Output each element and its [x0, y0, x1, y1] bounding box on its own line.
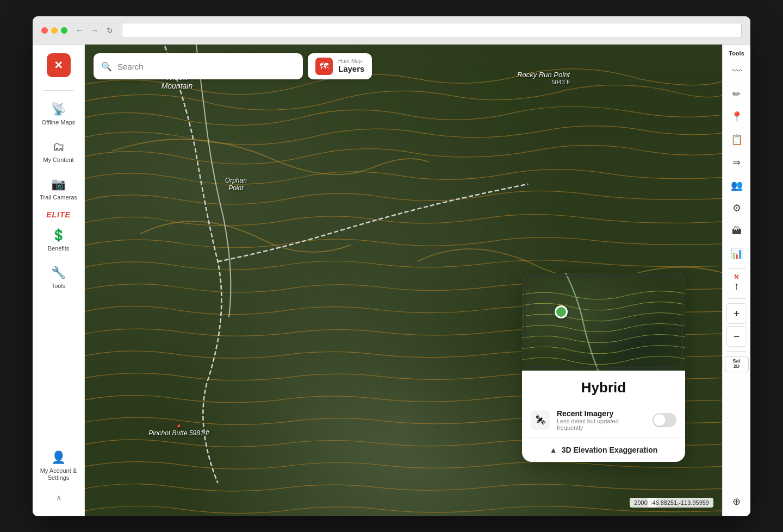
app-container: ✕ 📡 Offline Maps 🗂 My Content 📷 Trail Ca…	[33, 45, 750, 516]
imagery-title: Recent Imagery	[557, 409, 646, 418]
toggle-knob	[654, 414, 666, 426]
imagery-text: Recent Imagery Less detail but updated f…	[557, 409, 646, 431]
compass-button[interactable]: N ↑	[726, 273, 747, 294]
sidebar-item-account[interactable]: 👤 My Account & Settings	[33, 443, 84, 488]
sidebar-item-benefits[interactable]: 💲 Benefits	[33, 221, 84, 259]
contour-tool-button[interactable]: 〰	[726, 61, 747, 82]
hybrid-card: Hybrid 🛰 Recent Imagery Less detail but …	[522, 273, 685, 462]
map-area[interactable]: WidowMountain OrphanPoint 🔺 Pinchot Butt…	[85, 45, 722, 516]
hybrid-topo	[522, 273, 685, 371]
imagery-toggle[interactable]	[652, 413, 676, 427]
hybrid-preview	[522, 273, 685, 371]
tools-divider-2	[727, 298, 747, 299]
route-tool-button[interactable]: ⇒	[726, 152, 747, 173]
notes-tool-button[interactable]: 📋	[726, 129, 747, 150]
sidebar-divider-1	[43, 90, 74, 91]
imagery-icon: 🛰	[531, 410, 550, 430]
account-icon: 👤	[51, 450, 66, 465]
globe-button[interactable]: ⊕	[726, 491, 747, 512]
view-2d-label: 2D	[734, 364, 740, 370]
tools-label: Tools	[52, 283, 66, 290]
offline-maps-icon: 📡	[51, 102, 66, 117]
my-content-label: My Content	[43, 157, 73, 164]
compass-n-label: N	[735, 273, 739, 280]
tools-panel-label: Tools	[729, 50, 744, 57]
browser-dots	[41, 27, 67, 34]
zoom-out-button[interactable]: −	[726, 326, 747, 347]
chevron-up-button[interactable]: ∧	[50, 492, 67, 503]
my-content-icon: 🗂	[51, 139, 66, 154]
elevation-icon: ▲	[550, 446, 557, 454]
sat-2d-button[interactable]: Sat 2D	[725, 356, 749, 372]
hybrid-label-area: Hybrid	[522, 371, 685, 403]
sidebar-bottom: 👤 My Account & Settings ∧	[33, 443, 84, 508]
terrain-tool-button[interactable]: 🏔	[726, 221, 747, 241]
trail-cameras-icon: 📷	[51, 177, 66, 192]
dot-minimize[interactable]	[51, 27, 58, 34]
search-input[interactable]	[117, 62, 295, 71]
nav-forward[interactable]: →	[89, 25, 100, 36]
dot-maximize[interactable]	[61, 27, 67, 34]
elite-badge: ELITE	[46, 208, 71, 221]
sidebar-item-trail-cameras[interactable]: 📷 Trail Cameras	[33, 170, 84, 208]
tools-icon: 🔧	[51, 265, 66, 280]
nav-refresh[interactable]: ↻	[104, 25, 115, 36]
hybrid-title: Hybrid	[533, 379, 674, 396]
trail-cameras-label: Trail Cameras	[40, 194, 77, 201]
offline-maps-label: Offline Maps	[42, 119, 76, 126]
layers-text-group: Hunt Map Layers	[338, 59, 364, 74]
tools-divider-1	[727, 268, 747, 269]
right-tools-panel: Tools 〰 ✏ 📍 📋 ⇒ 👥 ⚙ 🏔 📊 N ↑ + − Sat 2D	[722, 45, 750, 516]
dot-close[interactable]	[41, 27, 48, 34]
group-tool-button[interactable]: 👥	[726, 175, 747, 196]
benefits-icon: 💲	[51, 228, 66, 243]
stats-tool-button[interactable]: 📊	[726, 243, 747, 264]
sidebar-item-tools[interactable]: 🔧 Tools	[33, 259, 84, 296]
elevation-label: 3D Elevation Exaggeration	[562, 446, 658, 454]
layers-title: Layers	[338, 64, 364, 74]
tools-divider-3	[727, 351, 747, 352]
close-icon: ✕	[54, 59, 63, 72]
layers-subtitle: Hunt Map	[338, 59, 364, 64]
compass-arrow: ↑	[734, 280, 739, 292]
close-button[interactable]: ✕	[47, 53, 71, 77]
benefits-label: Benefits	[48, 245, 70, 252]
nav-back[interactable]: ←	[74, 25, 85, 36]
draw-tool-button[interactable]: ✏	[726, 84, 747, 104]
hybrid-location-dot	[555, 305, 568, 318]
settings-tool-button[interactable]: ⚙	[726, 198, 747, 218]
imagery-subtitle: Less detail but updated frequently	[557, 418, 646, 431]
zoom-in-button[interactable]: +	[726, 303, 747, 324]
url-bar[interactable]	[122, 23, 742, 38]
search-icon: 🔍	[101, 61, 112, 72]
hunt-map-icon: 🗺	[315, 58, 333, 75]
pin-tool-button[interactable]: 📍	[726, 107, 747, 127]
account-label: My Account & Settings	[37, 467, 80, 481]
elevation-row[interactable]: ▲ 3D Elevation Exaggeration	[522, 438, 685, 462]
layers-icon-symbol: 🗺	[320, 61, 328, 71]
sidebar-item-offline-maps[interactable]: 📡 Offline Maps	[33, 95, 84, 133]
sidebar-item-my-content[interactable]: 🗂 My Content	[33, 133, 84, 170]
imagery-row: 🛰 Recent Imagery Less detail but updated…	[522, 403, 685, 438]
map-coords: 46.88251,-113.95959	[648, 498, 713, 508]
left-sidebar: ✕ 📡 Offline Maps 🗂 My Content 📷 Trail Ca…	[33, 45, 85, 516]
browser-toolbar: ← → ↻	[33, 16, 750, 45]
search-bar: 🔍	[94, 53, 303, 79]
browser-nav: ← → ↻	[74, 25, 115, 36]
layers-button[interactable]: 🗺 Hunt Map Layers	[308, 53, 372, 79]
